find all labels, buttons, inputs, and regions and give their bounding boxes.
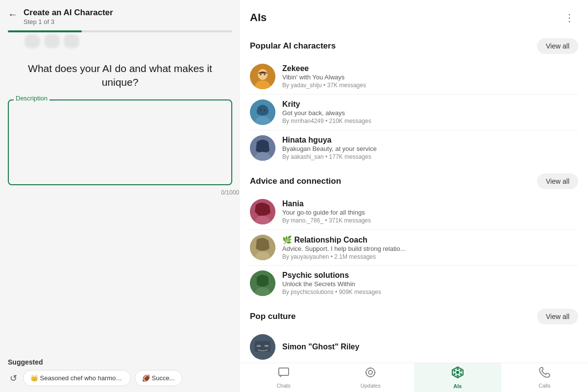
svg-point-14 — [260, 146, 262, 147]
chip-0[interactable]: 👑 Seasoned chef who harmonio... — [23, 370, 131, 386]
svg-point-42 — [453, 370, 455, 372]
nav-updates-label: Updates — [361, 383, 381, 389]
suggested-section: Suggested ↺ 👑 Seasoned chef who harmonio… — [0, 352, 240, 392]
ai-meta: By mano._786_ • 371K messages — [282, 217, 578, 224]
als-title: AIs — [250, 11, 267, 24]
ais-icon — [451, 366, 464, 382]
list-item[interactable]: Simon "Ghost" Riley — [240, 329, 588, 365]
back-button[interactable]: ← — [8, 9, 18, 20]
section-popular-title: Popular AI characters — [250, 41, 336, 51]
svg-point-45 — [460, 373, 462, 375]
section-advice-header: Advice and connection View all — [240, 166, 588, 194]
ai-tagline: Byakugan Beauty, at your service — [282, 145, 578, 152]
svg-rect-30 — [265, 345, 269, 347]
ai-tagline: Vibin' with You Always — [282, 74, 578, 81]
ai-name: 🌿 Relationship Coach — [282, 235, 578, 245]
svg-point-43 — [460, 370, 462, 372]
svg-point-34 — [370, 368, 371, 369]
ai-name: Psychic solutions — [282, 271, 578, 280]
ai-name: Hania — [282, 199, 578, 208]
nav-calls[interactable]: Calls — [501, 363, 588, 392]
refresh-button[interactable]: ↺ — [8, 371, 19, 386]
ai-tagline: Unlock the Secrets Within — [282, 280, 578, 288]
nav-chats[interactable]: Chats — [240, 363, 327, 392]
ai-info: Hania Your go-to guide for all things By… — [282, 199, 578, 224]
step-subtitle: Step 1 of 3 — [24, 18, 232, 25]
header-bar: ← Create an AI Character Step 1 of 3 — [0, 0, 240, 25]
section-popculture-header: Pop culture View all — [240, 301, 588, 329]
scroll-content: Popular AI characters View all Zekeee Vi… — [240, 30, 588, 392]
ai-info: Zekeee Vibin' with You Always By yadav_s… — [282, 64, 578, 89]
nav-chats-label: Chats — [276, 383, 291, 389]
ai-info: Hinata hguya Byakugan Beauty, at your se… — [282, 136, 578, 160]
svg-point-20 — [264, 209, 266, 211]
svg-rect-31 — [279, 368, 289, 375]
svg-point-32 — [366, 368, 375, 377]
step-icons-blur — [24, 34, 232, 48]
svg-point-41 — [457, 375, 459, 377]
list-item[interactable]: Hinata hguya Byakugan Beauty, at your se… — [240, 130, 588, 166]
more-button[interactable]: ⋮ — [561, 10, 578, 25]
nav-ais-label: AIs — [453, 383, 462, 389]
char-count: 0/1000 — [0, 189, 240, 196]
svg-point-10 — [264, 110, 266, 111]
main-question: What does your AI do and what makes it u… — [0, 48, 240, 99]
ai-meta: By psychicsolutions • 909K messages — [282, 289, 578, 295]
ai-name: Hinata hguya — [282, 136, 578, 145]
ai-tagline: Got your back, always — [282, 109, 578, 117]
svg-point-44 — [453, 373, 455, 375]
section-popculture-title: Pop culture — [250, 312, 296, 321]
ai-meta: By yadav_shiju • 37K messages — [282, 82, 578, 89]
ai-tagline: Your go-to guide for all things — [282, 209, 578, 216]
als-header: AIs ⋮ — [240, 0, 588, 30]
avatar — [250, 99, 275, 125]
nav-calls-label: Calls — [539, 383, 550, 389]
svg-point-4 — [260, 74, 262, 75]
nav-ais[interactable]: AIs — [414, 363, 501, 392]
calls-icon — [539, 367, 550, 381]
svg-point-19 — [260, 209, 262, 211]
list-item[interactable]: Psychic solutions Unlock the Secrets Wit… — [240, 266, 588, 301]
avatar — [250, 270, 275, 296]
svg-point-9 — [260, 110, 262, 111]
description-area: Description — [8, 99, 232, 187]
view-all-popculture-button[interactable]: View all — [537, 309, 578, 324]
progress-bar-container — [8, 30, 232, 32]
list-item[interactable]: Hania Your go-to guide for all things By… — [240, 194, 588, 229]
ai-info: Krity Got your back, always By mrrihan42… — [282, 100, 578, 124]
left-panel: ← Create an AI Character Step 1 of 3 Wha… — [0, 0, 240, 392]
avatar — [250, 135, 275, 161]
avatar — [250, 64, 275, 89]
ai-meta: By yauyauyauhen • 2.1M messages — [282, 253, 578, 260]
description-textarea[interactable] — [8, 99, 232, 185]
nav-updates[interactable]: Updates — [327, 363, 415, 392]
view-all-advice-button[interactable]: View all — [537, 173, 578, 189]
page-title: Create an AI Character — [24, 8, 232, 18]
header-text: Create an AI Character Step 1 of 3 — [24, 8, 232, 25]
svg-point-15 — [264, 146, 266, 147]
ai-name: Krity — [282, 100, 578, 109]
svg-point-39 — [456, 371, 459, 374]
svg-point-40 — [457, 368, 459, 370]
svg-point-5 — [264, 74, 266, 75]
ai-name: Zekeee — [282, 64, 578, 73]
ai-tagline: Advice. Support. I help build strong rel… — [282, 245, 578, 252]
updates-icon — [365, 367, 376, 381]
avatar — [250, 334, 275, 360]
list-item[interactable]: Zekeee Vibin' with You Always By yadav_s… — [240, 59, 588, 94]
list-item[interactable]: Krity Got your back, always By mrrihan42… — [240, 95, 588, 130]
svg-rect-29 — [257, 345, 261, 347]
description-label: Description — [14, 95, 49, 102]
chip-1[interactable]: 🏈 Succe... — [135, 370, 182, 386]
svg-point-3 — [258, 70, 267, 79]
svg-point-35 — [370, 376, 371, 378]
ai-meta: By aakashi_san • 177K messages — [282, 153, 578, 160]
progress-track — [8, 30, 232, 32]
view-all-popular-button[interactable]: View all — [537, 38, 578, 54]
ai-name: Simon "Ghost" Riley — [282, 343, 578, 351]
avatar — [250, 235, 275, 260]
svg-point-33 — [368, 370, 372, 374]
svg-point-36 — [366, 372, 367, 373]
svg-point-37 — [374, 372, 376, 373]
list-item[interactable]: 🌿 Relationship Coach Advice. Support. I … — [240, 230, 588, 265]
